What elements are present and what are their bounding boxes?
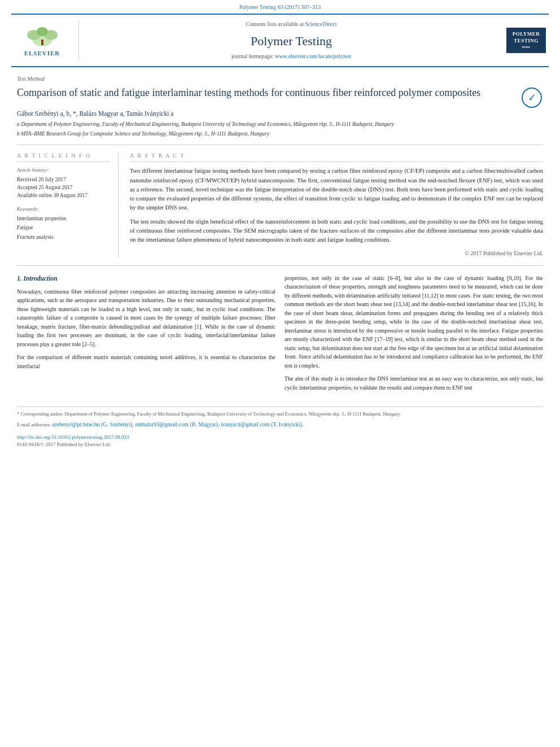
email-line: E-mail addresses: szebenyi@pt.bme.hu (G.… [17, 420, 543, 429]
abstract-text: Two different interlaminar fatigue testi… [130, 167, 543, 244]
polymer-testing-badge: POLYMER TESTING ■■■■ [504, 20, 549, 60]
elsevier-tree-icon [17, 23, 68, 48]
badge-title-line2: TESTING [509, 38, 544, 45]
doi-link[interactable]: http://dx.doi.org/10.1016/j.polymertesti… [17, 434, 129, 440]
svg-text:✓: ✓ [528, 92, 536, 103]
journal-header: ELSEVIER Contents lists available at Sci… [11, 14, 549, 67]
contents-available-line: Contents lists available at ScienceDirec… [246, 20, 336, 28]
right-col-text: properties, not only in the case of stat… [285, 274, 543, 392]
article-info-heading: A R T I C L E I N F O [17, 152, 110, 162]
authors-line: Gábor Szebényi a, b, *, Balázs Magyar a,… [17, 109, 543, 118]
divider-1 [17, 145, 543, 145]
accepted-date: Accepted 25 August 2017 [17, 184, 110, 191]
homepage-link[interactable]: www.elsevier.com/locate/polytest [275, 53, 351, 59]
homepage-line: journal homepage: www.elsevier.com/locat… [231, 53, 351, 60]
journal-reference: Polymer Testing 63 (2017) 307–313 [0, 0, 560, 14]
svg-rect-4 [41, 40, 43, 45]
affiliation-b: b MTA–BME Research Group for Composite S… [17, 130, 543, 138]
crossmark-svg: ✓ [521, 87, 542, 108]
keyword-3: Fracture analysis [17, 233, 110, 242]
received-date: Received 20 July 2017 [17, 176, 110, 184]
svg-point-3 [37, 27, 48, 36]
affiliation-a: a Department of Polymer Engineering, Fac… [17, 120, 543, 128]
journal-ref-text: Polymer Testing 63 (2017) 307–313 [239, 4, 321, 10]
article-info-column: A R T I C L E I N F O Article history: R… [17, 152, 119, 257]
paper-title: Comparison of static and fatigue interla… [17, 86, 520, 99]
email-links[interactable]: szebenyi@pt.bme.hu (G. Szebényi), embals… [52, 421, 303, 427]
journal-name: Polymer Testing [251, 33, 332, 50]
keywords-label: Keywords: [17, 206, 110, 213]
sciencedirect-link[interactable]: ScienceDirect [305, 21, 336, 27]
paper-content: Test Method Comparison of static and fat… [17, 75, 543, 396]
footnote-text: * Corresponding author. Department of Po… [17, 410, 543, 418]
badge-subtitle: ■■■■ [509, 45, 544, 50]
keyword-2: Fatigue [17, 223, 110, 232]
article-info-abstract: A R T I C L E I N F O Article history: R… [17, 152, 543, 257]
body-content: 1. Introduction Nowadays, continuous fib… [17, 274, 543, 397]
badge-title-line1: POLYMER [509, 31, 544, 38]
divider-2 [17, 265, 543, 266]
journal-center: Contents lists available at ScienceDirec… [79, 20, 504, 60]
introduction-title: 1. Introduction [17, 274, 275, 283]
history-label: Article history: [17, 167, 110, 174]
available-date: Available online 30 August 2017 [17, 191, 110, 199]
abstract-heading: A B S T R A C T [130, 152, 543, 162]
right-para-1: properties, not only in the case of stat… [285, 274, 543, 370]
abstract-column: A B S T R A C T Two different interlamin… [130, 152, 543, 257]
section-label: Test Method [17, 75, 543, 83]
article-history-section: Article history: Received 20 July 2017 A… [17, 167, 110, 199]
abstract-para-1: Two different interlaminar fatigue testi… [130, 167, 543, 212]
badge-box: POLYMER TESTING ■■■■ [506, 28, 546, 53]
introduction-text: Nowadays, continuous fiber reinforced po… [17, 287, 275, 371]
title-area: Comparison of static and fatigue interla… [17, 86, 543, 109]
abstract-para-2: The test results showed the slight benef… [130, 217, 543, 245]
elsevier-wordmark: ELSEVIER [24, 49, 60, 58]
footer: * Corresponding author. Department of Po… [17, 407, 543, 448]
intro-para-2: For the comparison of different matrix m… [17, 353, 275, 370]
intro-para-1: Nowadays, continuous fiber reinforced po… [17, 287, 275, 349]
keywords-section: Keywords: Interlaminar properties Fatigu… [17, 206, 110, 242]
copyright-line: © 2017 Published by Elsevier Ltd. [130, 250, 543, 257]
body-right-column: properties, not only in the case of stat… [285, 274, 543, 397]
right-para-2: The aim of this study is to introduce th… [285, 374, 543, 392]
issn-line: 0142-9418/© 2017 Published by Elsevier L… [17, 441, 543, 448]
elsevier-logo-section: ELSEVIER [11, 20, 79, 60]
keyword-1: Interlaminar properties [17, 214, 110, 223]
crossmark-icon[interactable]: ✓ [520, 86, 543, 109]
body-left-column: 1. Introduction Nowadays, continuous fib… [17, 274, 275, 397]
